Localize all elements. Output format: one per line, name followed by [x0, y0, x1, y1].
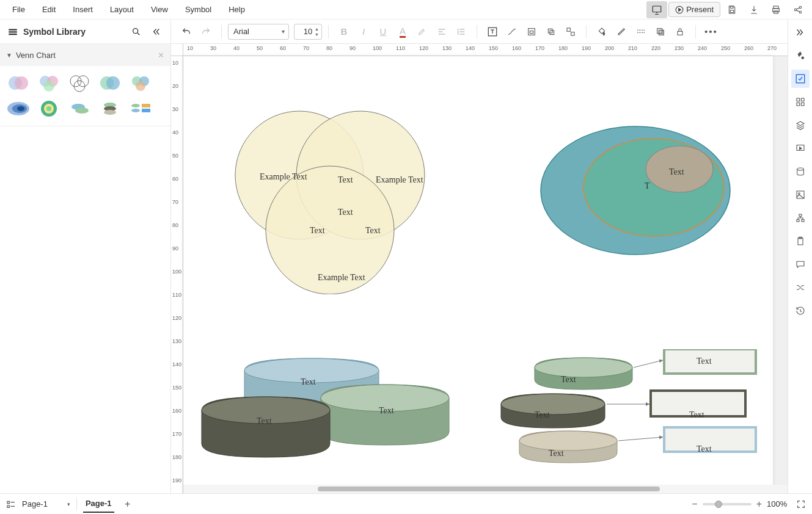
symbol-stack-boxes[interactable]: [127, 98, 154, 120]
symbol-venn-3circle-soft[interactable]: [127, 72, 154, 94]
lock-button[interactable]: [671, 23, 689, 41]
page-select[interactable]: Page-1: [22, 497, 70, 512]
stack-top-label[interactable]: Text: [561, 375, 576, 385]
symbol-nested-green[interactable]: [35, 98, 62, 120]
symbol-venn-2circle-green[interactable]: [97, 72, 123, 94]
line-style-button[interactable]: [632, 23, 650, 41]
menu-edit[interactable]: Edit: [34, 1, 64, 18]
container-button[interactable]: [522, 23, 541, 41]
zoom-level[interactable]: 100%: [767, 499, 791, 509]
menu-insert[interactable]: Insert: [64, 1, 101, 18]
italic-button[interactable]: I: [354, 23, 373, 41]
share-button[interactable]: [788, 1, 808, 18]
stack-box2-label[interactable]: Text: [689, 410, 704, 420]
nested-mid-label[interactable]: T: [645, 181, 650, 191]
history-button[interactable]: [791, 302, 810, 320]
venn-region-ab[interactable]: Text: [338, 175, 353, 185]
org-chart-button[interactable]: [791, 209, 810, 227]
section-venn-chart[interactable]: ▼ Venn Chart ✕: [0, 44, 170, 66]
collapse-right-rail-button[interactable]: [791, 23, 810, 42]
menu-symbol[interactable]: Symbol: [177, 1, 220, 18]
fill-button[interactable]: [593, 23, 611, 41]
svg-rect-48: [571, 32, 574, 35]
page-tab-1[interactable]: Page-1: [83, 495, 114, 513]
zoom-out-button[interactable]: −: [692, 499, 697, 510]
venn-region-a[interactable]: Example Text: [260, 172, 307, 182]
highlight-button[interactable]: [413, 23, 431, 41]
style-panel-button[interactable]: [791, 70, 810, 88]
stack-box1-label[interactable]: Text: [697, 357, 712, 366]
canvas[interactable]: 1030405060708090100110120130140150160170…: [171, 44, 788, 493]
search-button[interactable]: [129, 24, 144, 39]
symbol-venn-3circle-outline[interactable]: [66, 72, 93, 94]
zoom-slider[interactable]: [703, 503, 752, 505]
close-section-button[interactable]: ✕: [158, 51, 164, 60]
add-page-button[interactable]: +: [120, 497, 135, 512]
more-button[interactable]: •••: [702, 23, 720, 41]
menu-layout[interactable]: Layout: [101, 1, 142, 18]
pages-list-button[interactable]: [6, 499, 16, 509]
bold-button[interactable]: B: [335, 23, 353, 41]
arrange-button[interactable]: [542, 23, 560, 41]
stack-box3-label[interactable]: Text: [697, 444, 712, 454]
svg-rect-80: [799, 214, 802, 216]
underline-button[interactable]: U: [374, 23, 392, 41]
menu-file[interactable]: File: [4, 1, 34, 18]
present-button[interactable]: Present: [668, 2, 720, 17]
presentation-panel-button[interactable]: [791, 139, 810, 157]
shape-nested-ellipse[interactable]: [538, 120, 733, 261]
text-tool-button[interactable]: [483, 23, 502, 41]
venn-region-c[interactable]: Example Text: [318, 273, 365, 283]
zoom-in-button[interactable]: +: [756, 499, 762, 510]
line-spacing-button[interactable]: [452, 23, 470, 41]
symbol-nested-ellipse[interactable]: [5, 98, 32, 120]
shuffle-button[interactable]: [791, 278, 810, 297]
connector-button[interactable]: [503, 23, 521, 41]
page-canvas[interactable]: Example Text Example Text Example Text T…: [183, 56, 773, 493]
menu-view[interactable]: View: [142, 1, 177, 18]
redo-button[interactable]: [197, 23, 215, 41]
venn-region-abc[interactable]: Text: [338, 208, 353, 217]
fullscreen-button[interactable]: [796, 499, 806, 509]
shape-3d-cylinders[interactable]: [196, 337, 452, 471]
collapse-sidebar-button[interactable]: [148, 24, 163, 39]
font-size-select[interactable]: 10▲▼: [294, 24, 322, 40]
save-button[interactable]: [722, 1, 742, 18]
theme-button[interactable]: [791, 46, 810, 65]
svg-point-63: [519, 431, 617, 451]
stack-mid-label[interactable]: Text: [535, 410, 550, 420]
horizontal-scrollbar[interactable]: [183, 485, 788, 493]
cyl-dark-label[interactable]: Text: [257, 416, 272, 426]
stack-bot-label[interactable]: Text: [549, 449, 564, 458]
venn-region-b[interactable]: Example Text: [376, 175, 423, 185]
nested-inner-label[interactable]: Text: [669, 167, 684, 177]
group-button[interactable]: [561, 23, 580, 41]
undo-button[interactable]: [177, 23, 196, 41]
layers-button[interactable]: [791, 116, 810, 134]
symbol-3d-stack[interactable]: [97, 98, 123, 120]
svg-point-26: [136, 81, 145, 91]
stroke-button[interactable]: [612, 23, 631, 41]
cyl-blue-label[interactable]: Text: [301, 377, 316, 387]
image-panel-button[interactable]: [791, 186, 810, 204]
shadow-button[interactable]: [651, 23, 670, 41]
clipboard-button[interactable]: [791, 232, 810, 250]
symbol-3d-discs[interactable]: [66, 98, 93, 120]
font-color-button[interactable]: A: [393, 23, 412, 41]
data-panel-button[interactable]: [791, 162, 810, 181]
shape-stack-boxes[interactable]: [492, 349, 761, 490]
view-slideshow-button[interactable]: [646, 1, 667, 18]
venn-region-ac[interactable]: Text: [310, 226, 325, 236]
symbol-venn-3circle-color[interactable]: [35, 72, 62, 94]
download-button[interactable]: [744, 1, 764, 18]
font-family-select[interactable]: Arial: [228, 24, 289, 40]
symbol-venn-2circle[interactable]: [5, 72, 32, 94]
grid-panel-button[interactable]: [791, 93, 810, 111]
menu-help[interactable]: Help: [220, 1, 254, 18]
shape-venn-3[interactable]: [220, 93, 428, 294]
venn-region-bc[interactable]: Text: [365, 226, 381, 236]
comment-button[interactable]: [791, 255, 810, 273]
print-button[interactable]: [766, 1, 786, 18]
cyl-green-label[interactable]: Text: [379, 406, 394, 416]
align-button[interactable]: [433, 23, 451, 41]
